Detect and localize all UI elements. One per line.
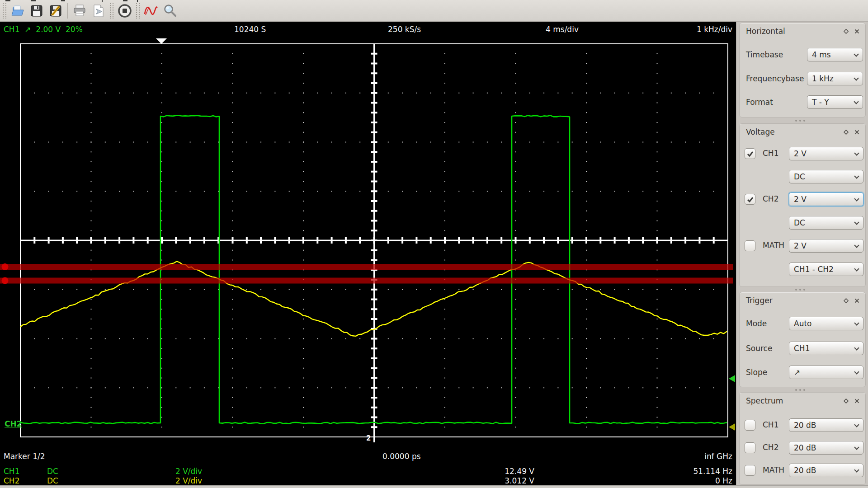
ch1-voltage-label: CH1 bbox=[763, 149, 778, 158]
ch2-coupling-select[interactable]: DC bbox=[789, 216, 863, 230]
dock-title: Horizontal bbox=[746, 27, 785, 36]
format-label: Format bbox=[746, 98, 773, 107]
trigger-mode-label: Mode bbox=[746, 319, 767, 328]
marker-title: Marker 1/2 bbox=[4, 452, 45, 461]
frequencybase-label: Frequencybase bbox=[746, 74, 804, 83]
ch1-voltage-checkbox[interactable] bbox=[745, 148, 755, 159]
printer-icon bbox=[72, 4, 87, 18]
timebase-select[interactable]: 4 ms bbox=[807, 48, 863, 61]
ch1-coupling: DC bbox=[47, 467, 58, 476]
dock-separator[interactable] bbox=[795, 289, 810, 291]
float-dock-icon[interactable] bbox=[842, 296, 850, 305]
toolbar-handle[interactable] bbox=[110, 3, 113, 19]
ch1-name: CH1 bbox=[4, 467, 19, 476]
close-dock-icon[interactable] bbox=[853, 397, 861, 405]
close-dock-icon[interactable] bbox=[853, 296, 861, 305]
marker-time: 0.0000 ps bbox=[382, 452, 421, 461]
chevron-down-icon bbox=[854, 445, 859, 450]
chevron-down-icon bbox=[854, 52, 859, 56]
ch2-gain-select[interactable]: 2 V bbox=[789, 192, 863, 206]
ch2-magnitude-select[interactable]: 20 dB bbox=[789, 441, 863, 455]
scope-display: CH1 ↗ 2.00 V 20% 10240 S 250 kS/s 4 ms/d… bbox=[0, 22, 736, 485]
float-dock-icon[interactable] bbox=[842, 397, 850, 405]
timebase-label: Timebase bbox=[746, 50, 783, 59]
math-voltage-label: MATH bbox=[763, 241, 784, 250]
dock-horizontal: Horizontal Timebase 4 ms Frequencybase 1… bbox=[739, 23, 866, 117]
math-voltage-checkbox[interactable] bbox=[745, 240, 755, 251]
dock-voltage: Voltage CH1 2 V DC bbox=[739, 123, 866, 287]
trigger-source-label: Source bbox=[746, 344, 772, 353]
ch2-amplitude: 3.012 V bbox=[505, 476, 534, 485]
chevron-down-icon bbox=[854, 220, 859, 225]
close-dock-icon[interactable] bbox=[853, 27, 861, 35]
chevron-down-icon bbox=[854, 174, 859, 178]
chevron-down-icon bbox=[854, 75, 859, 80]
window-statusbar bbox=[0, 485, 868, 488]
ch1-frequency: 51.114 Hz bbox=[693, 467, 732, 476]
open-button[interactable] bbox=[8, 1, 27, 20]
math-spectrum-checkbox[interactable] bbox=[745, 465, 755, 476]
float-dock-icon[interactable] bbox=[842, 27, 850, 35]
signal-generator-button[interactable] bbox=[142, 1, 160, 20]
dock-title: Trigger bbox=[746, 296, 773, 305]
ch1-scale: 2 V/div bbox=[175, 467, 202, 476]
menu-remnant bbox=[31, 0, 36, 1]
ch1-gain-select[interactable]: 2 V bbox=[789, 147, 863, 160]
toolbar-handle[interactable] bbox=[136, 3, 140, 19]
ch2-spectrum-checkbox[interactable] bbox=[745, 442, 755, 453]
zoom-button[interactable] bbox=[160, 1, 179, 20]
waveform-canvas[interactable] bbox=[0, 22, 736, 485]
chevron-down-icon bbox=[854, 266, 859, 271]
ch2-name: CH2 bbox=[4, 476, 19, 485]
trigger-source-select[interactable]: CH1 bbox=[789, 342, 863, 355]
chevron-down-icon bbox=[854, 243, 859, 248]
ch1-amplitude: 12.49 V bbox=[505, 467, 534, 476]
math-magnitude-select[interactable]: 20 dB bbox=[789, 464, 863, 477]
open-folder-icon bbox=[10, 4, 25, 18]
menu-remnant bbox=[137, 0, 138, 2]
math-spectrum-label: MATH bbox=[763, 465, 784, 474]
sine-wave-icon bbox=[143, 4, 159, 18]
math-gain-select[interactable]: 2 V bbox=[789, 239, 863, 253]
marker2-label[interactable]: 2 bbox=[366, 434, 371, 442]
ch2-spectrum-label: CH2 bbox=[763, 443, 778, 452]
frequencybase-select[interactable]: 1 kHz bbox=[807, 72, 863, 85]
ch1-spectrum-label: CH1 bbox=[763, 420, 778, 429]
marker-bandwidth: inf GHz bbox=[704, 452, 732, 461]
dock-title: Spectrum bbox=[746, 396, 783, 405]
chevron-down-icon bbox=[854, 467, 859, 472]
trigger-slope-select[interactable]: ↗ bbox=[789, 366, 863, 379]
format-select[interactable]: T - Y bbox=[807, 95, 863, 109]
math-mode-select[interactable]: CH1 - CH2 bbox=[789, 263, 863, 276]
chevron-down-icon bbox=[854, 99, 859, 104]
save-button[interactable] bbox=[27, 1, 46, 20]
trigger-mode-select[interactable]: Auto bbox=[789, 317, 863, 330]
ch2-coupling: DC bbox=[47, 476, 58, 485]
close-dock-icon[interactable] bbox=[853, 128, 861, 136]
print-button[interactable] bbox=[70, 1, 89, 20]
toolbar-handle[interactable] bbox=[3, 3, 6, 19]
menu-remnant bbox=[123, 0, 127, 1]
chevron-down-icon bbox=[854, 369, 859, 374]
stop-button[interactable] bbox=[115, 1, 134, 20]
ch2-voltage-checkbox[interactable] bbox=[745, 194, 755, 205]
save-as-floppy-pencil-icon bbox=[48, 4, 63, 18]
magnifier-icon bbox=[162, 3, 178, 19]
float-dock-icon[interactable] bbox=[842, 128, 850, 136]
export-button[interactable] bbox=[89, 1, 108, 20]
dock-spectrum: Spectrum CH1 20 dB CH2 20 dB bbox=[739, 392, 866, 485]
ch1-coupling-select[interactable]: DC bbox=[789, 170, 863, 183]
menu-remnant bbox=[5, 0, 10, 1]
save-floppy-icon bbox=[29, 4, 44, 18]
ch2-offset-label[interactable]: CH2 bbox=[5, 419, 22, 428]
ch1-magnitude-select[interactable]: 20 dB bbox=[789, 418, 863, 432]
export-page-arrow-icon bbox=[91, 4, 106, 18]
toolbar-separator bbox=[67, 3, 68, 19]
dock-separator[interactable] bbox=[795, 389, 810, 391]
ch2-frequency: 0 Hz bbox=[715, 476, 732, 485]
save-as-button[interactable] bbox=[46, 1, 65, 20]
dock-title: Voltage bbox=[746, 127, 775, 136]
dock-separator[interactable] bbox=[795, 120, 810, 122]
ch1-spectrum-checkbox[interactable] bbox=[745, 420, 755, 431]
chevron-down-icon bbox=[854, 345, 859, 350]
